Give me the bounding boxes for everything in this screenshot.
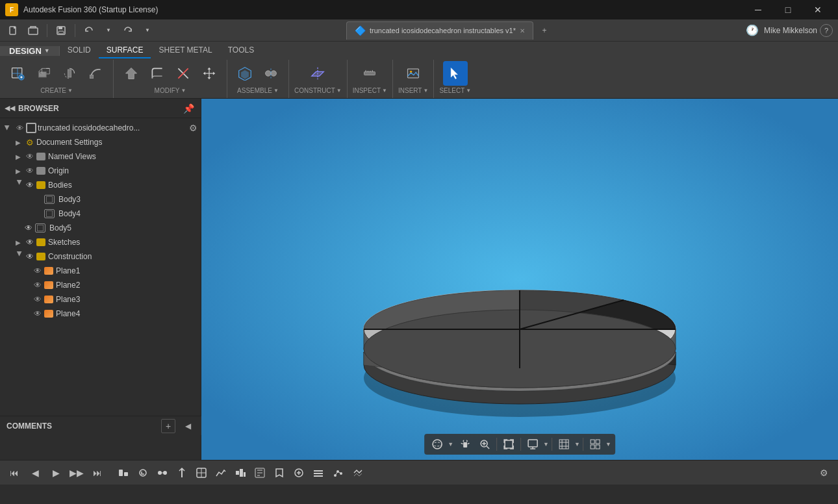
- tree-item-plane4[interactable]: 👁 Plane4: [0, 307, 201, 321]
- tree-item-named-views[interactable]: ▶ 👁 Named Views: [0, 149, 201, 164]
- new-button[interactable]: [5, 22, 22, 39]
- tree-item-plane1[interactable]: 👁 Plane1: [0, 264, 201, 278]
- comments-add-button[interactable]: +: [161, 419, 175, 433]
- display-dropdown[interactable]: ▼: [543, 441, 549, 447]
- timeline-settings-button[interactable]: ⚙: [815, 464, 833, 482]
- document-settings-arrow[interactable]: ▶: [13, 137, 23, 147]
- undo-dropdown[interactable]: ▼: [100, 22, 117, 39]
- named-views-eye-icon[interactable]: 👁: [25, 151, 35, 162]
- plane1-eye-icon[interactable]: 👁: [32, 266, 43, 276]
- zoom-button[interactable]: [476, 435, 494, 453]
- tl-tool12[interactable]: [329, 464, 347, 482]
- insert-image-button[interactable]: [401, 61, 425, 86]
- viewport[interactable]: TOP FRONT: [201, 99, 838, 460]
- undo-button[interactable]: [81, 22, 97, 39]
- grid-button[interactable]: [555, 435, 573, 453]
- modify-fillet-button[interactable]: [145, 61, 170, 86]
- minimize-button[interactable]: ─: [743, 0, 773, 19]
- maximize-button[interactable]: □: [773, 0, 803, 19]
- tl-tool4[interactable]: [173, 464, 191, 482]
- construction-arrow[interactable]: ▶: [13, 251, 23, 262]
- grid-dropdown[interactable]: ▼: [574, 441, 580, 447]
- construct-plane-button[interactable]: [305, 61, 330, 86]
- sketches-eye-icon[interactable]: 👁: [25, 237, 35, 247]
- close-button[interactable]: ✕: [803, 0, 833, 19]
- body5-vis-checkbox[interactable]: [35, 223, 45, 233]
- construction-eye-icon[interactable]: 👁: [25, 251, 35, 262]
- open-dropdown[interactable]: [25, 22, 42, 39]
- tl-tool9[interactable]: [270, 464, 288, 482]
- tab-sheet-metal[interactable]: SHEET METAL: [151, 43, 220, 58]
- modify-cut-button[interactable]: [171, 61, 196, 86]
- tl-tool10[interactable]: [290, 464, 308, 482]
- layout-dropdown[interactable]: ▼: [605, 441, 611, 447]
- sketches-arrow[interactable]: ▶: [13, 237, 23, 247]
- tree-item-body3[interactable]: Body3: [0, 192, 201, 207]
- browser-pin-button[interactable]: 📌: [181, 101, 196, 116]
- fit-view-button[interactable]: [500, 435, 518, 453]
- layout-button[interactable]: [586, 435, 604, 453]
- browser-collapse-icon[interactable]: ◀◀: [5, 104, 14, 113]
- tree-item-plane2[interactable]: 👁 Plane2: [0, 278, 201, 292]
- body5-eye-icon[interactable]: 👁: [23, 223, 34, 233]
- tab-surface[interactable]: SURFACE: [99, 43, 151, 58]
- timeline-last-button[interactable]: ⏭: [88, 464, 107, 482]
- tree-item-bodies[interactable]: ▶ 👁 Bodies: [0, 178, 201, 192]
- tl-tool8[interactable]: [251, 464, 269, 482]
- plane3-eye-icon[interactable]: 👁: [32, 294, 43, 305]
- tl-tool3[interactable]: [153, 464, 171, 482]
- root-eye-icon[interactable]: 👁: [14, 123, 25, 133]
- root-settings-icon[interactable]: ⚙: [188, 123, 198, 133]
- create-sweep-button[interactable]: [83, 61, 108, 86]
- comments-collapse-icon[interactable]: ◀: [181, 419, 195, 433]
- origin-arrow[interactable]: ▶: [13, 166, 23, 176]
- timeline-next-button[interactable]: ▶▶: [68, 464, 86, 482]
- tl-tool1[interactable]: [114, 464, 133, 482]
- tl-tool2[interactable]: [134, 464, 152, 482]
- modify-move-button[interactable]: [197, 61, 222, 86]
- tree-item-construction[interactable]: ▶ 👁 Construction: [0, 249, 201, 264]
- create-revolve-button[interactable]: [57, 61, 82, 86]
- save-button[interactable]: [53, 22, 70, 39]
- tl-tool6[interactable]: [212, 464, 230, 482]
- bodies-eye-icon[interactable]: 👁: [25, 180, 35, 190]
- pan-button[interactable]: [456, 435, 474, 453]
- body4-vis-checkbox[interactable]: [44, 209, 55, 218]
- redo-dropdown[interactable]: ▼: [139, 22, 156, 39]
- assemble-joint-button[interactable]: [259, 61, 283, 86]
- new-tab-button[interactable]: +: [536, 21, 553, 40]
- tree-item-sketches[interactable]: ▶ 👁 Sketches: [0, 235, 201, 249]
- history-button[interactable]: 🕐: [743, 21, 761, 40]
- tree-root-item[interactable]: ▶ 👁 truncated icosidodecahedro... ⚙: [0, 121, 201, 135]
- bodies-arrow[interactable]: ▶: [13, 180, 23, 190]
- active-tab[interactable]: 🔷 truncated icosidodecahedron instructab…: [346, 21, 533, 40]
- tab-solid[interactable]: SOLID: [60, 43, 99, 58]
- plane4-eye-icon[interactable]: 👁: [32, 309, 43, 319]
- tab-tools[interactable]: TOOLS: [220, 43, 262, 58]
- tl-tool13[interactable]: [348, 464, 366, 482]
- tree-item-document-settings[interactable]: ▶ ⚙ Document Settings: [0, 135, 201, 149]
- redo-button[interactable]: [120, 22, 136, 39]
- timeline-prev-button[interactable]: ◀: [26, 464, 44, 482]
- create-sketch-button[interactable]: [5, 61, 30, 86]
- tree-item-body5[interactable]: 👁 Body5: [0, 221, 201, 235]
- tree-item-body4[interactable]: Body4: [0, 207, 201, 221]
- tl-tool5[interactable]: [192, 464, 210, 482]
- timeline-first-button[interactable]: ⏮: [5, 464, 23, 482]
- display-settings-button[interactable]: [524, 435, 542, 453]
- modify-press-pull-button[interactable]: [119, 61, 144, 86]
- tl-tool11[interactable]: [309, 464, 327, 482]
- body3-vis-checkbox[interactable]: [44, 195, 55, 204]
- root-collapse-arrow[interactable]: ▶: [3, 123, 13, 133]
- origin-eye-icon[interactable]: 👁: [25, 166, 35, 176]
- tab-close-button[interactable]: ✕: [520, 27, 525, 34]
- design-workspace-button[interactable]: DESIGN ▼: [0, 46, 60, 56]
- plane2-eye-icon[interactable]: 👁: [32, 280, 43, 290]
- named-views-arrow[interactable]: ▶: [13, 151, 23, 162]
- orbit-button[interactable]: [428, 435, 446, 453]
- assemble-new-button[interactable]: [233, 61, 257, 86]
- help-button[interactable]: ?: [820, 24, 833, 37]
- select-tool-button[interactable]: [443, 61, 468, 86]
- tree-item-plane3[interactable]: 👁 Plane3: [0, 292, 201, 307]
- orbit-dropdown[interactable]: ▼: [448, 441, 453, 447]
